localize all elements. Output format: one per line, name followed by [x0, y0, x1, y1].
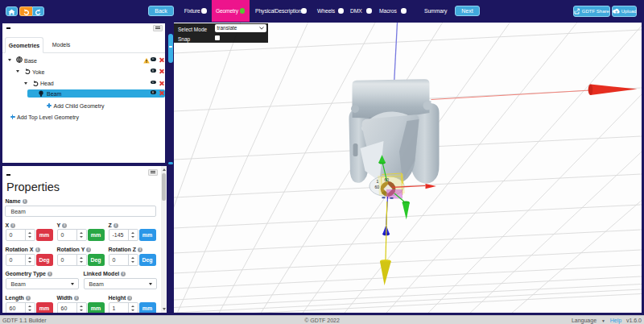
- svg-text:60: 60: [384, 177, 389, 182]
- svg-text:1: 1: [376, 179, 378, 184]
- svg-text:60: 60: [374, 185, 379, 189]
